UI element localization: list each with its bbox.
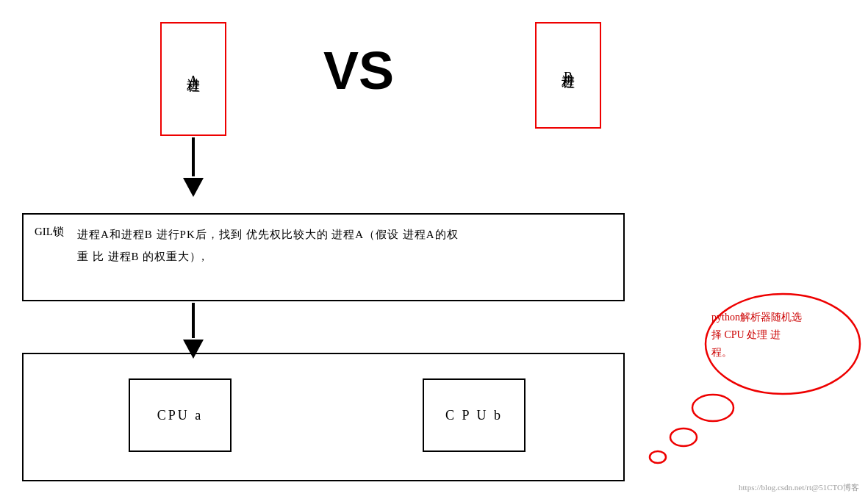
- thought-bubble-text: python解析器随机选 择 CPU 处理 进 程。: [711, 309, 858, 361]
- vs-text: VS: [323, 40, 394, 101]
- process-a-box: 进程A: [160, 22, 226, 136]
- cpu-b-box: C P U b: [423, 378, 526, 452]
- svg-point-6: [670, 428, 697, 446]
- thought-line2: 择 CPU 处理 进: [711, 326, 858, 344]
- process-a-label: 进程A: [184, 68, 202, 91]
- gil-label: GIL锁: [35, 225, 64, 239]
- cpu-a-box: CPU a: [129, 378, 232, 452]
- svg-point-5: [692, 395, 734, 421]
- svg-marker-1: [183, 178, 204, 197]
- gil-box: GIL锁 进程A和进程B 进行PK后，找到 优先权比较大的 进程A（假设 进程A…: [22, 213, 625, 301]
- cpu-a-label: CPU a: [157, 408, 204, 423]
- diagram-canvas: 进程A VS 进程B GIL锁 进程A和进程B 进行PK后，找到 优先权比较大的…: [0, 0, 868, 499]
- thought-line3: 程。: [711, 344, 858, 362]
- gil-content: 进程A和进程B 进行PK后，找到 优先权比较大的 进程A（假设 进程A的权 重 …: [77, 223, 459, 268]
- thought-line1: python解析器随机选: [711, 309, 858, 326]
- watermark: https://blog.csdn.net/rt@51CTO博客: [739, 482, 859, 493]
- cpu-b-label: C P U b: [445, 408, 503, 423]
- gil-line1: 进程A和进程B 进行PK后，找到 优先权比较大的 进程A（假设 进程A的权: [77, 223, 459, 245]
- process-b-label: 进程B: [559, 64, 577, 87]
- cpu-container-box: [22, 353, 625, 481]
- process-b-box: 进程B: [535, 22, 601, 129]
- svg-point-7: [650, 451, 666, 463]
- gil-line2: 重 比 进程B 的权重大）,: [77, 245, 459, 268]
